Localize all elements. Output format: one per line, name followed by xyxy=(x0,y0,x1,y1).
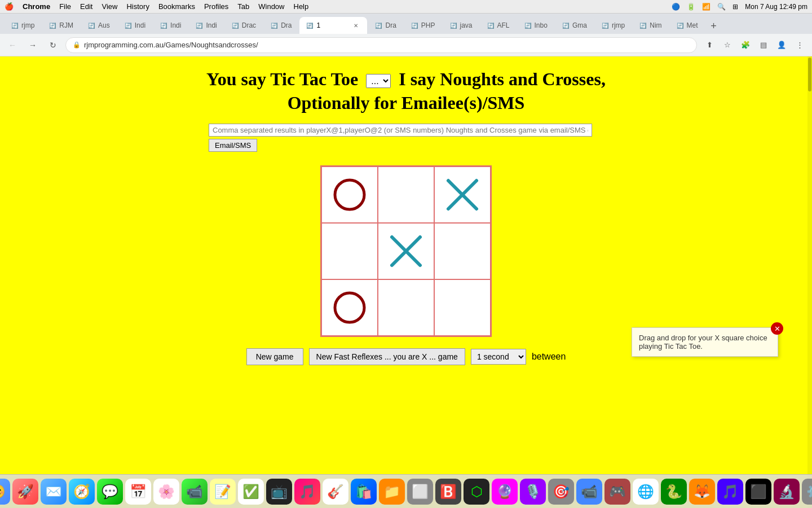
menu-tab[interactable]: Tab xyxy=(237,2,249,11)
tab-indi-3[interactable]: 🔄Indi xyxy=(189,17,223,34)
dock-system-prefs[interactable]: ⚙️ xyxy=(802,479,812,505)
tab-rjmp-2[interactable]: 🔄rjmp xyxy=(595,17,632,34)
dock-notes[interactable]: 📝 xyxy=(210,479,236,505)
new-game-button[interactable]: New game xyxy=(246,348,303,365)
reload-button[interactable]: ↻ xyxy=(45,37,61,53)
title-dropdown[interactable]: ... xyxy=(366,74,391,88)
dock-unknown2[interactable]: 🅱️ xyxy=(435,479,461,505)
tab-nim[interactable]: 🔄Nim xyxy=(633,17,668,34)
menu-profiles[interactable]: Profiles xyxy=(204,2,228,11)
title-part1: You say Tic Tac Toe xyxy=(206,69,358,89)
title-part3: Optionally for Emailee(s)/SMS xyxy=(288,93,525,113)
sidebar-button[interactable]: ▤ xyxy=(756,37,771,53)
search-icon[interactable]: 🔍 xyxy=(717,3,726,11)
dock-calendar[interactable]: 📅 xyxy=(125,479,151,505)
dock-safari[interactable]: 🧭 xyxy=(69,479,95,505)
cell-0-1[interactable] xyxy=(378,167,434,223)
toolbar-right: ⬆ ☆ 🧩 ▤ 👤 ⋮ xyxy=(701,37,807,53)
menu-help[interactable]: Help xyxy=(294,2,309,11)
tab-close-btn[interactable]: ✕ xyxy=(351,21,360,30)
new-tab-button[interactable]: + xyxy=(706,18,722,34)
dock-unknown1[interactable]: ⬜ xyxy=(407,479,433,505)
title-part2: I say Noughts and Crosses, xyxy=(399,69,606,89)
dock-unknown3[interactable]: ⬡ xyxy=(464,479,489,505)
dock-launchpad[interactable]: 🚀 xyxy=(12,479,38,505)
menu-window[interactable]: Window xyxy=(258,2,284,11)
menu-dots-button[interactable]: ⋮ xyxy=(792,37,807,53)
dock-messages[interactable]: 💬 xyxy=(97,479,123,505)
forward-button[interactable]: → xyxy=(25,37,41,53)
scrollbar[interactable] xyxy=(807,56,812,508)
dock-itunes[interactable]: 🎸 xyxy=(323,479,348,505)
extensions-button[interactable]: 🧩 xyxy=(738,37,753,53)
time-select[interactable]: 1 second 2 seconds 3 seconds 5 seconds xyxy=(471,349,526,365)
dock-zoom[interactable]: 📹 xyxy=(576,479,602,505)
profile-button[interactable]: 👤 xyxy=(774,37,789,53)
tab-indi-1[interactable]: 🔄Indi xyxy=(118,17,152,34)
tab-drac-1[interactable]: 🔄Drac xyxy=(225,17,263,34)
tooltip-close-button[interactable]: ✕ xyxy=(771,322,783,335)
tab-afl[interactable]: 🔄AFL xyxy=(480,17,517,34)
tab-inbo[interactable]: 🔄Inbo xyxy=(518,17,554,34)
control-center-icon[interactable]: ⊞ xyxy=(732,3,738,11)
menu-chrome[interactable]: Chrome xyxy=(23,2,50,11)
page-content: You say Tic Tac Toe ... I say Noughts an… xyxy=(0,56,812,508)
back-button[interactable]: ← xyxy=(5,37,20,53)
menu-file[interactable]: File xyxy=(59,2,71,11)
dock: 😊 🚀 ✉️ 🧭 💬 📅 🌸 📹 📝 ✅ 📺 🎵 🎸 🛍️ 📁 ⬜ 🅱️ ⬡ 🔮… xyxy=(0,474,812,508)
tab-php[interactable]: 🔄PHP xyxy=(404,17,442,34)
scroll-thumb[interactable] xyxy=(808,58,811,91)
tab-rjmp-1[interactable]: 🔄rjmp xyxy=(5,17,41,34)
tab-met[interactable]: 🔄Met xyxy=(670,17,705,34)
tab-rjm[interactable]: 🔄RJM xyxy=(42,17,80,34)
menu-edit[interactable]: Edit xyxy=(80,2,92,11)
dock-unknown7[interactable]: 🐍 xyxy=(661,479,687,505)
tab-aus[interactable]: 🔄Aus xyxy=(81,17,117,34)
url-bar[interactable]: 🔒 rjmprogramming.com.au/Games/Noughtsand… xyxy=(65,37,697,53)
dock-unknown6[interactable]: 🎮 xyxy=(604,479,630,505)
menu-history[interactable]: History xyxy=(126,2,149,11)
dock-chrome[interactable]: 🌐 xyxy=(633,479,659,505)
fast-reflexes-button[interactable]: New Fast Reflexes ... you are X ... game xyxy=(309,348,465,365)
cell-2-1[interactable] xyxy=(378,279,434,336)
dock-unknown8[interactable]: 🦊 xyxy=(689,479,715,505)
dock-mail[interactable]: ✉️ xyxy=(41,479,67,505)
dock-terminal[interactable]: ⬛ xyxy=(745,479,771,505)
tab-dra-1[interactable]: 🔄Dra xyxy=(264,17,298,34)
tab-dra-2[interactable]: 🔄Dra xyxy=(368,17,403,34)
cell-1-0[interactable] xyxy=(321,223,378,279)
apple-menu[interactable]: 🍎 xyxy=(5,2,14,11)
dock-finder[interactable]: 😊 xyxy=(0,479,10,505)
dock-filezilla[interactable]: 📁 xyxy=(379,479,405,505)
cell-2-2[interactable] xyxy=(434,279,491,336)
tab-gma[interactable]: 🔄Gma xyxy=(555,17,594,34)
browser-window: 🔄rjmp 🔄RJM 🔄Aus 🔄Indi 🔄Indi 🔄Indi 🔄Drac … xyxy=(0,14,812,508)
dock-unknown9[interactable]: 🎵 xyxy=(717,479,743,505)
share-button[interactable]: ⬆ xyxy=(701,37,717,53)
dock-photos[interactable]: 🌸 xyxy=(153,479,179,505)
dock-music[interactable]: 🎵 xyxy=(294,479,320,505)
tab-java[interactable]: 🔄java xyxy=(443,17,479,34)
dock-reminders[interactable]: ✅ xyxy=(238,479,264,505)
tab-active[interactable]: 🔄 1 ✕ xyxy=(299,17,367,34)
email-input[interactable] xyxy=(209,124,592,137)
dock-tv[interactable]: 📺 xyxy=(266,479,292,505)
tab-indi-2[interactable]: 🔄Indi xyxy=(153,17,188,34)
cell-1-1[interactable] xyxy=(378,223,434,279)
dock-unknown4[interactable]: 🔮 xyxy=(492,479,518,505)
dock-unknown10[interactable]: 🔬 xyxy=(774,479,800,505)
email-sms-button[interactable]: Email/SMS xyxy=(209,139,257,152)
dock-facetime[interactable]: 📹 xyxy=(182,479,208,505)
menu-bookmarks[interactable]: Bookmarks xyxy=(158,2,195,11)
cell-0-2[interactable] xyxy=(434,167,491,223)
dock-appstore[interactable]: 🛍️ xyxy=(351,479,377,505)
dock-unknown5[interactable]: 🎯 xyxy=(548,479,574,505)
bookmark-button[interactable]: ☆ xyxy=(720,37,735,53)
cell-2-0[interactable] xyxy=(321,279,378,336)
menu-view[interactable]: View xyxy=(102,2,117,11)
cell-1-2[interactable] xyxy=(434,223,491,279)
cell-0-0[interactable] xyxy=(321,167,378,223)
bluetooth-icon: 🔵 xyxy=(672,3,680,11)
dock-podcast[interactable]: 🎙️ xyxy=(520,479,546,505)
between-label: between xyxy=(532,352,566,362)
